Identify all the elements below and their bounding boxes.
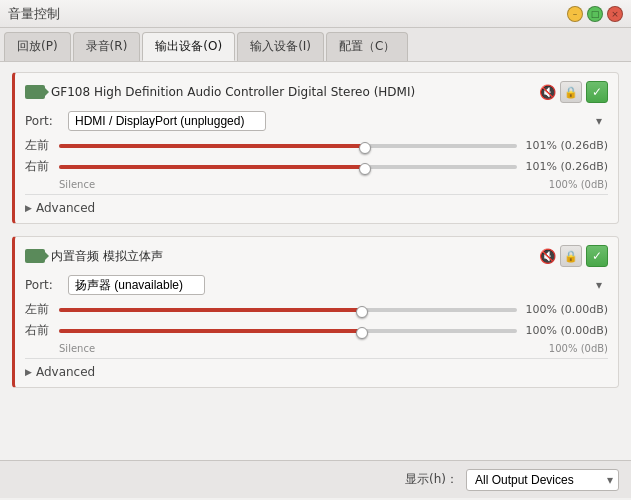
maximize-button[interactable]: □ bbox=[587, 6, 603, 22]
device-header-2: 内置音频 模拟立体声 🔇 🔒 ✓ bbox=[25, 245, 608, 267]
device-card-1: GF108 High Definition Audio Controller D… bbox=[12, 72, 619, 224]
port-row-1: Port: HDMI / DisplayPort (unplugged) bbox=[25, 111, 608, 131]
device-icon-1 bbox=[25, 85, 45, 99]
advanced-label-2: Advanced bbox=[36, 365, 95, 379]
volume-value-2-right: 100% (0.00dB) bbox=[523, 324, 608, 337]
channel-label-1-right: 右前 bbox=[25, 158, 53, 175]
default-button-1[interactable]: ✓ bbox=[586, 81, 608, 103]
port-select-wrapper-2: 扬声器 (unavailable) bbox=[68, 275, 608, 295]
channel-row-2-left: 左前 100% (0.00dB) bbox=[25, 301, 608, 318]
channel-row-1-right: 右前 101% (0.26dB) bbox=[25, 158, 608, 175]
tab-playback[interactable]: 回放(P) bbox=[4, 32, 71, 61]
device-name-2: 内置音频 模拟立体声 bbox=[51, 248, 163, 265]
advanced-label-1: Advanced bbox=[36, 201, 95, 215]
title-bar: 音量控制 – □ × bbox=[0, 0, 631, 28]
scale-left-1: Silence bbox=[59, 179, 95, 190]
port-select-2[interactable]: 扬声器 (unavailable) bbox=[68, 275, 205, 295]
channel-label-1-left: 左前 bbox=[25, 137, 53, 154]
scale-right-1: 100% (0dB) bbox=[549, 179, 608, 190]
window-controls: – □ × bbox=[567, 6, 623, 22]
slider-1-left[interactable] bbox=[59, 146, 517, 150]
tab-config[interactable]: 配置（C） bbox=[326, 32, 408, 61]
slider-2-left[interactable] bbox=[59, 310, 517, 314]
volume-value-2-left: 100% (0.00dB) bbox=[523, 303, 608, 316]
tab-input[interactable]: 输入设备(I) bbox=[237, 32, 324, 61]
channel-label-2-right: 右前 bbox=[25, 322, 53, 339]
device-name-row-2: 内置音频 模拟立体声 bbox=[25, 248, 163, 265]
device-actions-1: 🔇 🔒 ✓ bbox=[539, 81, 608, 103]
scale-row-2: Silence 100% (0dB) bbox=[59, 343, 608, 354]
port-label-2: Port: bbox=[25, 278, 60, 292]
scale-row-1: Silence 100% (0dB) bbox=[59, 179, 608, 190]
lock-icon-2: 🔒 bbox=[564, 250, 578, 263]
slider-container-1-right bbox=[59, 159, 517, 174]
main-content: GF108 High Definition Audio Controller D… bbox=[0, 62, 631, 498]
port-row-2: Port: 扬声器 (unavailable) bbox=[25, 275, 608, 295]
show-select-wrapper: All Output Devices Active Output Devices bbox=[466, 469, 619, 491]
speaker-icon-2[interactable]: 🔇 bbox=[539, 248, 556, 264]
window-title: 音量控制 bbox=[8, 5, 60, 23]
slider-2-right[interactable] bbox=[59, 331, 517, 335]
device-header-1: GF108 High Definition Audio Controller D… bbox=[25, 81, 608, 103]
lock-icon-1: 🔒 bbox=[564, 86, 578, 99]
check-icon-2: ✓ bbox=[592, 249, 602, 263]
device-card-2: 内置音频 模拟立体声 🔇 🔒 ✓ Port: 扬声器 (unavailable) bbox=[12, 236, 619, 388]
scale-left-2: Silence bbox=[59, 343, 95, 354]
default-button-2[interactable]: ✓ bbox=[586, 245, 608, 267]
port-select-1[interactable]: HDMI / DisplayPort (unplugged) bbox=[68, 111, 266, 131]
tab-bar: 回放(P) 录音(R) 输出设备(O) 输入设备(I) 配置（C） bbox=[0, 28, 631, 62]
lock-button-1[interactable]: 🔒 bbox=[560, 81, 582, 103]
divider-1 bbox=[25, 194, 608, 195]
close-button[interactable]: × bbox=[607, 6, 623, 22]
port-label-1: Port: bbox=[25, 114, 60, 128]
show-label: 显示(h)： bbox=[405, 471, 458, 488]
volume-value-1-left: 101% (0.26dB) bbox=[523, 139, 608, 152]
slider-container-1-left bbox=[59, 138, 517, 153]
show-select[interactable]: All Output Devices Active Output Devices bbox=[466, 469, 619, 491]
channel-label-2-left: 左前 bbox=[25, 301, 53, 318]
advanced-toggle-2[interactable]: ▶ Advanced bbox=[25, 363, 608, 381]
bottom-bar: 显示(h)： All Output Devices Active Output … bbox=[0, 460, 631, 498]
tab-record[interactable]: 录音(R) bbox=[73, 32, 141, 61]
tab-output[interactable]: 输出设备(O) bbox=[142, 32, 235, 61]
divider-2 bbox=[25, 358, 608, 359]
advanced-arrow-2: ▶ bbox=[25, 367, 32, 377]
channel-row-2-right: 右前 100% (0.00dB) bbox=[25, 322, 608, 339]
channel-row-1-left: 左前 101% (0.26dB) bbox=[25, 137, 608, 154]
speaker-icon-1[interactable]: 🔇 bbox=[539, 84, 556, 100]
slider-container-2-right bbox=[59, 323, 517, 338]
lock-button-2[interactable]: 🔒 bbox=[560, 245, 582, 267]
device-icon-2 bbox=[25, 249, 45, 263]
port-select-wrapper-1: HDMI / DisplayPort (unplugged) bbox=[68, 111, 608, 131]
check-icon-1: ✓ bbox=[592, 85, 602, 99]
slider-1-right[interactable] bbox=[59, 167, 517, 171]
scale-right-2: 100% (0dB) bbox=[549, 343, 608, 354]
slider-container-2-left bbox=[59, 302, 517, 317]
minimize-button[interactable]: – bbox=[567, 6, 583, 22]
device-name-row-1: GF108 High Definition Audio Controller D… bbox=[25, 85, 415, 99]
advanced-toggle-1[interactable]: ▶ Advanced bbox=[25, 199, 608, 217]
advanced-arrow-1: ▶ bbox=[25, 203, 32, 213]
device-actions-2: 🔇 🔒 ✓ bbox=[539, 245, 608, 267]
device-name-1: GF108 High Definition Audio Controller D… bbox=[51, 85, 415, 99]
volume-value-1-right: 101% (0.26dB) bbox=[523, 160, 608, 173]
